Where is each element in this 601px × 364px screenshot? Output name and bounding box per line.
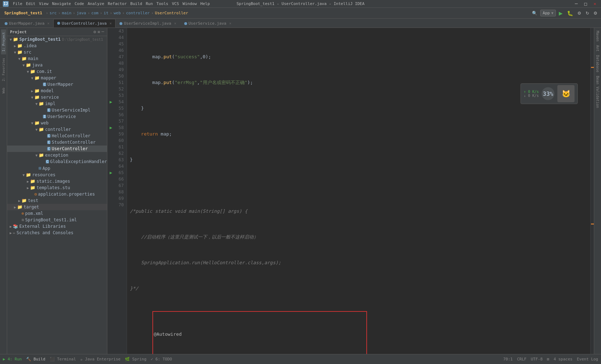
menu-window[interactable]: Window [182,1,197,6]
maximize-button[interactable]: □ [582,1,589,6]
status-eventlog-button[interactable]: Event Log [577,357,598,361]
tree-item-iml[interactable]: ▶ ≋ SpringBoot_test1.iml [7,217,107,223]
run-config-dropdown[interactable]: App ▼ [540,10,556,16]
minimize-button[interactable]: ─ [573,1,580,6]
tree-item-pomxml[interactable]: ▶ ⊕ pom.xml [7,210,107,217]
tree-item-test[interactable]: ▶ 📁 test [7,197,107,204]
menu-edit[interactable]: Edit [26,1,36,6]
sidebar-settings-icon[interactable]: ⚙ [93,29,96,34]
status-lineending[interactable]: CRLF [517,357,527,361]
status-spaces[interactable]: 4 spaces [553,357,572,361]
menu-view[interactable]: View [39,1,49,6]
tree-item-app[interactable]: ▶ ⊞ App [7,165,107,172]
close-button[interactable]: × [592,1,598,6]
tab-usercontroller-close[interactable]: × [109,21,112,25]
breadcrumb-controller[interactable]: controller [126,11,150,15]
tree-item-impl[interactable]: ▼ 📁 impl [7,100,107,107]
status-terminal-button[interactable]: ⬛ Terminal [50,357,76,361]
tree-item-usercontroller[interactable]: ▶ C UserController [7,146,107,152]
tree-item-service[interactable]: ▼ 📁 service [7,94,107,100]
menu-tools[interactable]: Tools [156,1,168,6]
tree-item-main[interactable]: ▼ 📁 main [7,55,107,62]
folder-icon: 📁 [17,205,23,210]
sidebar-collapse-icon[interactable]: ≡ [98,29,100,34]
tab-userservice-close[interactable]: × [229,21,231,25]
right-panel-bean[interactable]: Bean Validation [595,74,600,109]
tree-item-extlibs[interactable]: ▶ 📚 External Libraries [7,223,107,230]
tree-item-resources[interactable]: ▼ 📁 resources [7,172,107,178]
tab-usermapper[interactable]: UserMapper.java × [1,19,53,28]
tree-item-model[interactable]: ▶ 📁 model [7,88,107,94]
debug-button[interactable]: 🐛 [566,10,575,17]
tree-item-target[interactable]: ▶ 📁 target [7,204,107,210]
menu-vcs[interactable]: VCS [172,1,179,6]
menu-code[interactable]: Code [74,1,84,6]
search-everywhere-button[interactable]: 🔍 [531,10,539,16]
tree-item-exception[interactable]: ▼ 📁 exception [7,152,107,158]
tab-userservice-label: UserService.java [189,21,226,26]
code-editor[interactable]: 43 44 45 46 47 48 49 50 51 52 53 ▶54 55 … [107,28,594,354]
tree-item-controller[interactable]: ▼ 📁 controller [7,126,107,133]
linenum-57: 57 [114,118,124,124]
tree-item-java[interactable]: ▼ 📁 java [7,62,107,68]
menu-analyze[interactable]: Analyze [88,1,104,6]
tree-arrow-icon: ▶ [13,205,17,209]
right-panel-ant[interactable]: Ant [595,44,600,53]
tree-item-src[interactable]: ▼ 📁 src [7,49,107,55]
tree-item-appprops[interactable]: ▶ ⚙ application.properties [7,191,107,197]
tab-userserviceimpl-close[interactable]: × [174,21,176,25]
sync-button[interactable]: ↻ [584,10,591,16]
window-controls[interactable]: ─ □ × [573,1,598,6]
status-build-button[interactable]: 🔨 Build [26,357,45,361]
menu-run[interactable]: Run [146,1,153,6]
tree-item-hellocontroller[interactable]: ▶ C HelloController [7,133,107,139]
right-panel-maven[interactable]: Maven [595,29,600,43]
tab-userserviceimpl[interactable]: UserServiceImpl.java × [116,19,180,28]
code-text-area[interactable]: map.put("success",0); map.put("errMsg","… [127,28,590,354]
status-javaenterprise-button[interactable]: ☕ Java Enterprise [80,357,121,361]
breadcrumb-com[interactable]: com [91,11,98,15]
right-panel-database[interactable]: Database [595,54,600,74]
tree-item-mapper[interactable]: ▼ 📁 mapper [7,75,107,81]
tree-item-idea[interactable]: ▶ 📁 .idea [7,43,107,49]
breadcrumb-java[interactable]: java [77,11,86,15]
tree-item-scratches[interactable]: ▶ ✏ Scratches and Consoles [7,230,107,236]
breadcrumb-it[interactable]: it [104,11,108,15]
menu-navigate[interactable]: Navigate [52,1,71,6]
sidebar-minimize-icon[interactable]: ─ [102,29,104,34]
tree-item-staticimages[interactable]: ▶ 📁 static.images [7,178,107,185]
breadcrumb-main[interactable]: main [62,11,72,15]
menu-refactor[interactable]: Refactor [108,1,127,6]
tree-item-root[interactable]: ▼ 📁 SpringBoot_test1 D:\SpringBoot_test1 [7,36,107,43]
breadcrumb-current[interactable]: UserController [155,11,188,15]
breadcrumb-web[interactable]: web [114,11,121,15]
tree-item-studentcontroller[interactable]: ▶ C StudentController [7,139,107,146]
left-panel-web[interactable]: Web [1,85,6,96]
status-todo-button[interactable]: ✓ 6: TODO [151,357,172,361]
build-button[interactable]: ⚙ [576,10,583,16]
tab-userservice[interactable]: UserService.java × [180,19,235,28]
tree-item-globalexceptionhandler[interactable]: ▶ C GlobalExceptionHandler [7,158,107,165]
status-run-button[interactable]: ▶ 4: Run [3,357,22,361]
tab-usermapper-close[interactable]: × [47,21,49,25]
menu-file[interactable]: File [13,1,23,6]
tree-item-userserviceimpl[interactable]: ▶ C UserServiceImpl [7,107,107,113]
tab-usercontroller[interactable]: UserController.java × [53,19,116,28]
menu-build[interactable]: Build [130,1,142,6]
tree-item-userservice[interactable]: ▶ I UserService [7,113,107,120]
editor-scrollbar[interactable] [590,28,594,354]
left-panel-favorites[interactable]: 2: Favorites [1,55,6,84]
tree-item-web[interactable]: ▼ 📁 web [7,120,107,126]
run-button[interactable]: ▶ [557,10,564,17]
status-encoding[interactable]: UTF-8 [531,357,543,361]
tree-item-comit[interactable]: ▼ 📁 com.it [7,68,107,75]
tree-item-templates[interactable]: ▶ 📁 templates.stu [7,185,107,191]
left-panel-project[interactable]: 1: Project [1,29,6,54]
breadcrumb-src[interactable]: src [50,11,57,15]
status-spring-button[interactable]: 🌿 Spring [125,357,146,361]
menu-bar[interactable]: File Edit View Navigate Code Analyze Ref… [13,1,210,6]
window-title: SpringBoot_test1 - UserController.java -… [236,1,365,6]
menu-help[interactable]: Help [200,1,210,6]
tree-item-usermapper[interactable]: ▶ C UserMapper [7,81,107,88]
settings-button[interactable]: ⚙ [592,10,599,16]
